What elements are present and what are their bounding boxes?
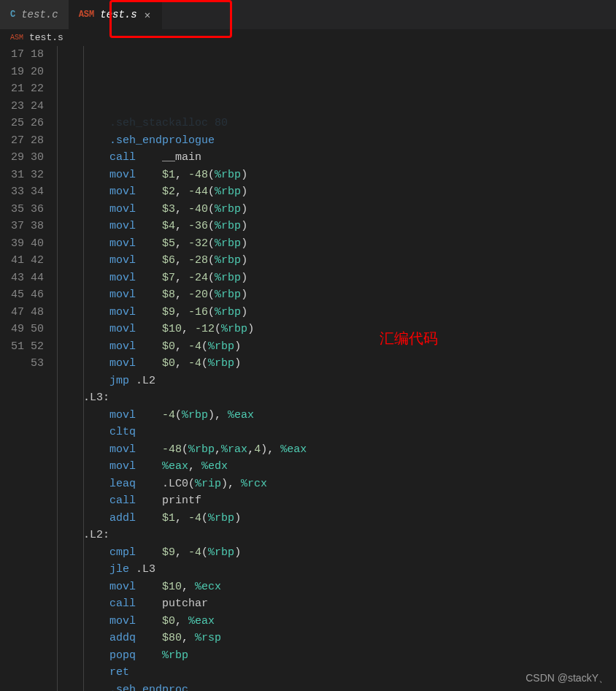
code-line[interactable]: call putchar [57, 595, 616, 613]
editor-area[interactable]: 17 18 19 20 21 22 23 24 25 26 27 28 29 3… [0, 46, 616, 691]
code-line[interactable]: movl $3, -40(%rbp) [57, 201, 616, 218]
close-icon[interactable]: ✕ [143, 9, 152, 21]
file-lang-icon: C [10, 9, 15, 20]
code-line[interactable]: .seh_endprologue [57, 132, 616, 150]
code-line[interactable]: movl $2, -44(%rbp) [57, 183, 616, 201]
code-line[interactable]: jmp .L2 [57, 373, 616, 390]
code-line[interactable]: movl $8, -20(%rbp) [57, 286, 616, 304]
tab-label: test.c [21, 9, 58, 20]
code-line[interactable]: addl $1, -4(%rbp) [57, 510, 616, 527]
file-lang-icon: ASM [10, 34, 23, 42]
indent-guide [57, 46, 58, 691]
code-line[interactable]: movl $7, -24(%rbp) [57, 270, 616, 287]
code-line[interactable]: .L3: [57, 389, 616, 407]
code-line[interactable]: leaq .LC0(%rip), %rcx [57, 476, 616, 493]
annotation-label: 汇编代码 [380, 329, 438, 348]
code-line[interactable]: movl $5, -32(%rbp) [57, 235, 616, 253]
code-line[interactable]: movl $6, -28(%rbp) [57, 252, 616, 270]
file-lang-icon: ASM [79, 9, 95, 20]
code-line[interactable]: cltq [57, 424, 616, 441]
code-line[interactable]: movl $10, %ecx [57, 579, 616, 596]
tab-test-s[interactable]: ASMtest.s✕ [69, 0, 162, 29]
code-line[interactable]: movl $0, -4(%rbp) [57, 338, 616, 356]
breadcrumb-file[interactable]: test.s [29, 32, 63, 43]
code-line[interactable]: movl $1, -48(%rbp) [57, 167, 616, 184]
tab-bar: Ctest.cASMtest.s✕ [0, 0, 616, 29]
code-line[interactable]: movl -48(%rbp,%rax,4), %eax [57, 441, 616, 459]
code-line[interactable]: movl $4, -36(%rbp) [57, 218, 616, 235]
code-content[interactable]: .seh_stackalloc 80 .seh_endprologue call… [57, 46, 616, 691]
code-line[interactable]: movl $9, -16(%rbp) [57, 304, 616, 321]
code-line[interactable]: .seh_stackalloc 80 [57, 115, 616, 132]
code-line[interactable]: popq %rbp [57, 647, 616, 665]
watermark: CSDN @stackY、 [525, 672, 609, 685]
code-line[interactable]: movl $0, -4(%rbp) [57, 355, 616, 373]
code-line[interactable]: movl %eax, %edx [57, 458, 616, 476]
code-line[interactable]: jle .L3 [57, 561, 616, 579]
indent-guide [83, 46, 84, 691]
code-line[interactable]: cmpl $9, -4(%rbp) [57, 544, 616, 562]
line-number-gutter: 17 18 19 20 21 22 23 24 25 26 27 28 29 3… [0, 46, 57, 691]
tab-label: test.s [100, 9, 136, 20]
breadcrumb: ASM test.s [0, 29, 616, 46]
code-line[interactable]: movl $10, -12(%rbp) [57, 321, 616, 338]
code-line[interactable]: call printf [57, 492, 616, 510]
code-line[interactable]: movl -4(%rbp), %eax [57, 407, 616, 424]
code-line[interactable]: movl $0, %eax [57, 613, 616, 630]
editor-root: { "tabs": [ {"lang_label":"C","lang_clas… [0, 0, 616, 691]
code-line[interactable]: .L2: [57, 527, 616, 544]
code-line[interactable]: call __main [57, 149, 616, 167]
code-line[interactable]: addq $80, %rsp [57, 630, 616, 647]
tab-test-c[interactable]: Ctest.c [0, 0, 69, 29]
